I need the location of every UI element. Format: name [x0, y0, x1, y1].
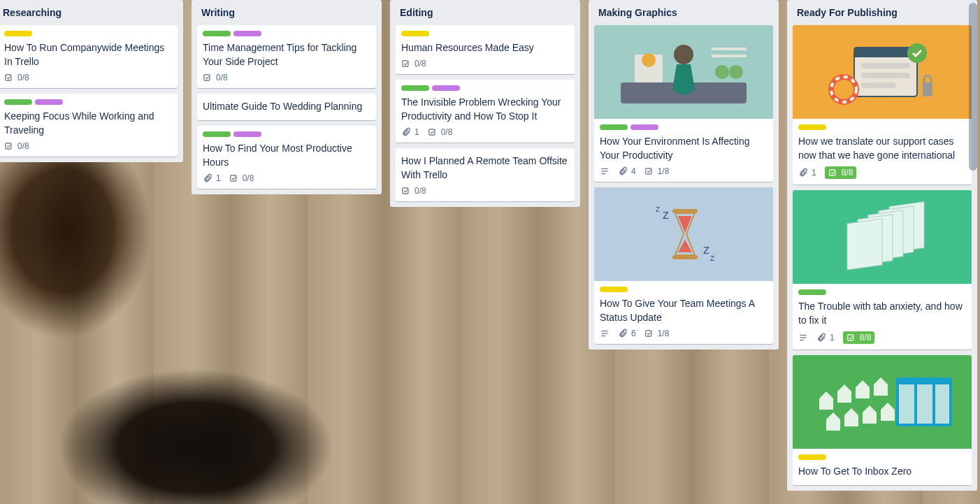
card-badges: 0/8: [4, 140, 172, 152]
checklist-badge-complete: 8/8: [825, 166, 857, 179]
label-yellow[interactable]: [798, 124, 826, 130]
attachment-badge: 1: [401, 127, 419, 137]
checklist-count: 8/8: [860, 333, 872, 343]
label-purple[interactable]: [233, 31, 261, 36]
label-purple[interactable]: [35, 99, 63, 105]
attachment-icon: [618, 166, 628, 176]
list-writing[interactable]: Writing Time Management Tips for Tacklin…: [192, 0, 382, 194]
label-green[interactable]: [798, 289, 826, 295]
attachment-count: 6: [631, 329, 636, 338]
scrollbar-thumb[interactable]: [969, 3, 977, 171]
cover-illustration-hourglass: z z z z: [642, 199, 726, 269]
label-purple[interactable]: [432, 85, 460, 91]
label-green[interactable]: [203, 31, 231, 36]
card-labels[interactable]: [4, 99, 172, 105]
label-yellow[interactable]: [4, 31, 32, 36]
cover-illustration-zen: [614, 34, 754, 110]
card[interactable]: How we translate our support cases now t…: [793, 25, 972, 185]
card[interactable]: How To Run Companywide Meetings In Trell…: [0, 25, 178, 88]
svg-rect-39: [829, 170, 835, 175]
card-labels[interactable]: [4, 31, 172, 36]
card-labels[interactable]: [401, 31, 569, 36]
description-icon: [600, 166, 610, 176]
svg-rect-11: [712, 48, 747, 50]
label-green[interactable]: [600, 124, 628, 130]
card-labels[interactable]: [401, 85, 569, 91]
svg-rect-2: [204, 75, 210, 80]
list-title[interactable]: Researching: [0, 7, 178, 25]
card-labels[interactable]: [203, 31, 370, 36]
list-title[interactable]: Editing: [396, 7, 575, 25]
svg-rect-31: [861, 63, 910, 69]
label-green[interactable]: [4, 99, 32, 105]
card-list: Human Resources Made Easy 0/8 The Invisi…: [396, 25, 575, 201]
card[interactable]: Time Management Tips for Tackling Your S…: [197, 25, 376, 88]
card-title: How I Planned A Remote Team Offsite With…: [401, 154, 569, 182]
card[interactable]: How To Get To Inbox Zero: [793, 355, 972, 485]
list-title[interactable]: Ready For Publishing: [793, 7, 972, 25]
card-badges: 4 1/8: [600, 165, 768, 178]
label-yellow[interactable]: [401, 31, 429, 36]
checklist-icon: [229, 173, 239, 183]
list-making-graphics[interactable]: Making Graphics: [589, 0, 779, 350]
vertical-scrollbar[interactable]: [969, 3, 977, 500]
list-editing[interactable]: Editing Human Resources Made Easy 0/8 Th…: [390, 0, 580, 207]
card[interactable]: Keeping Focus While Working and Travelin…: [0, 94, 178, 157]
list-researching[interactable]: Researching How To Run Companywide Meeti…: [0, 0, 183, 162]
label-yellow[interactable]: [600, 287, 628, 292]
card-labels[interactable]: [798, 454, 966, 460]
label-purple[interactable]: [233, 131, 261, 137]
card[interactable]: z z z z How To Give Your Team Meetings A…: [594, 187, 773, 344]
card-cover: [594, 25, 773, 119]
card-title: The Trouble with tab anxiety, and how to…: [798, 299, 966, 327]
card[interactable]: Ultimate Guide To Wedding Planning: [197, 94, 376, 120]
svg-text:z: z: [663, 208, 669, 222]
checklist-count: 0/8: [415, 59, 426, 69]
card[interactable]: How To Find Your Most Productive Hours 1…: [197, 126, 376, 189]
svg-rect-6: [403, 188, 408, 194]
description-badge: [600, 329, 610, 338]
checklist-icon: [401, 59, 411, 69]
checklist-icon: [401, 186, 411, 196]
svg-point-9: [642, 53, 656, 67]
card-labels[interactable]: [203, 131, 370, 137]
checklist-icon: [644, 329, 654, 338]
cover-illustration-browser: [819, 34, 945, 110]
card-labels[interactable]: [798, 124, 966, 130]
svg-rect-3: [230, 175, 236, 181]
label-green[interactable]: [401, 85, 429, 91]
svg-rect-44: [847, 219, 882, 270]
attachment-icon: [203, 173, 212, 183]
list-title[interactable]: Writing: [197, 7, 376, 25]
attachment-count: 4: [631, 166, 636, 176]
card[interactable]: How I Planned A Remote Team Offsite With…: [396, 148, 575, 201]
checklist-badge: 0/8: [203, 73, 228, 82]
label-purple[interactable]: [630, 124, 658, 130]
card-title: Time Management Tips for Tackling Your S…: [203, 41, 370, 69]
checklist-count: 0/8: [415, 186, 426, 196]
checklist-badge: 0/8: [428, 127, 453, 137]
checklist-icon: [846, 333, 856, 343]
card[interactable]: The Trouble with tab anxiety, and how to…: [793, 190, 972, 350]
card[interactable]: How Your Environment Is Affecting Your P…: [594, 25, 773, 182]
card[interactable]: The Invisible Problem Wrecking Your Prod…: [396, 80, 575, 143]
checklist-badge: 0/8: [401, 59, 426, 69]
card-labels[interactable]: [600, 124, 768, 130]
checklist-badge-complete: 8/8: [843, 331, 875, 344]
label-green[interactable]: [203, 131, 231, 137]
checklist-icon: [4, 141, 14, 151]
list-ready-for-publishing[interactable]: Ready For Publishing: [787, 0, 977, 491]
svg-point-14: [729, 65, 743, 79]
card[interactable]: Human Resources Made Easy 0/8: [396, 25, 575, 74]
kanban-board[interactable]: Researching How To Run Companywide Meeti…: [0, 0, 980, 504]
card-labels[interactable]: [600, 287, 768, 292]
card-badges: 0/8: [401, 185, 569, 197]
checklist-icon: [4, 73, 14, 82]
label-yellow[interactable]: [798, 454, 826, 460]
svg-text:z: z: [703, 243, 709, 257]
svg-rect-52: [935, 384, 949, 424]
checklist-count: 0/8: [243, 173, 254, 183]
list-title[interactable]: Making Graphics: [594, 7, 773, 25]
card-labels[interactable]: [798, 289, 966, 295]
attachment-badge: 6: [618, 329, 636, 338]
